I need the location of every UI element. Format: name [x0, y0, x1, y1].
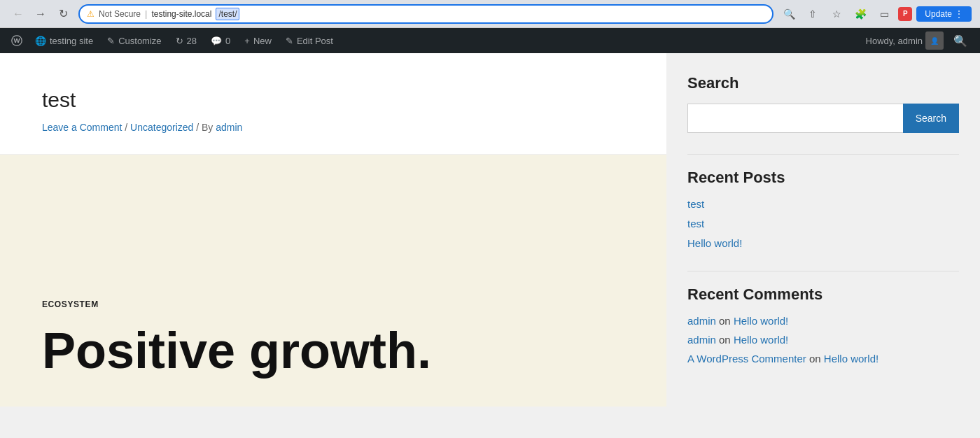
post-title: test [42, 88, 624, 112]
divider-2 [687, 271, 959, 271]
extension-red-icon: P [898, 7, 912, 21]
wp-admin-bar: W 🌐 testing site ✎ Customize ↻ 28 💬 0 + … [0, 28, 980, 53]
author-link[interactable]: admin [216, 122, 242, 133]
back-button[interactable]: ← [8, 4, 28, 24]
list-item: test [687, 218, 959, 230]
list-item: A WordPress Commenter on Hello world! [687, 353, 959, 365]
edit-post-label: Edit Post [297, 36, 333, 46]
admin-bar-customize[interactable]: ✎ Customize [100, 28, 168, 53]
customize-icon: ✎ [107, 36, 115, 46]
separator: | [145, 8, 147, 19]
update-label: Update [925, 9, 952, 19]
admin-bar-new[interactable]: + New [237, 28, 279, 53]
divider [687, 154, 959, 155]
comment-post-link-2[interactable]: Hello world! [734, 334, 788, 346]
bookmark-button[interactable]: ☆ [827, 4, 846, 24]
post-header: test Leave a Comment / Uncategorized / B… [0, 53, 666, 155]
zoom-button[interactable]: 🔍 [779, 4, 799, 24]
recent-comments-list: admin on Hello world! admin on Hello wor… [687, 315, 959, 365]
url-base: testing-site.local [151, 9, 211, 19]
address-bar[interactable]: ⚠ Not Secure | testing-site.local /test/ [78, 4, 774, 24]
leave-comment-link[interactable]: Leave a Comment [42, 122, 122, 133]
admin-bar-site-name[interactable]: 🌐 testing site [28, 28, 100, 53]
post-meta: Leave a Comment / Uncategorized / By adm… [42, 122, 624, 133]
comment-author-link-2[interactable]: admin [687, 334, 716, 346]
recent-posts-widget: Recent Posts test test Hello world! [687, 169, 959, 250]
wordpress-logo[interactable]: W [6, 29, 28, 52]
recent-comments-title: Recent Comments [687, 285, 959, 304]
reading-mode-button[interactable]: ▭ [874, 4, 894, 24]
search-input[interactable] [687, 104, 903, 133]
browser-chrome: ← → ↻ ⚠ Not Secure | testing-site.local … [0, 0, 980, 28]
search-submit-button[interactable]: Search [903, 104, 959, 133]
comments-icon: 💬 [211, 36, 222, 46]
comment-on-text-2: on [719, 334, 734, 346]
site-name-label: testing site [50, 36, 93, 46]
new-label: New [253, 36, 272, 46]
recent-post-link-3[interactable]: Hello world! [687, 237, 742, 249]
updates-count: 28 [187, 36, 197, 46]
admin-bar-edit-post[interactable]: ✎ Edit Post [279, 28, 340, 53]
svg-text:W: W [13, 36, 20, 44]
comment-post-link-1[interactable]: Hello world! [734, 315, 788, 327]
list-item: admin on Hello world! [687, 334, 959, 346]
site-icon: 🌐 [35, 36, 46, 46]
page-layout: test Leave a Comment / Uncategorized / B… [0, 53, 980, 407]
admin-bar-updates[interactable]: ↻ 28 [169, 28, 204, 53]
list-item: admin on Hello world! [687, 315, 959, 327]
update-menu-icon: ⋮ [955, 9, 963, 19]
admin-search-icon[interactable]: 🔍 [946, 34, 974, 48]
search-widget: Search Search [687, 74, 959, 133]
reload-button[interactable]: ↻ [53, 4, 73, 24]
new-icon: + [244, 36, 250, 46]
search-widget-title: Search [687, 74, 959, 92]
share-button[interactable]: ⇧ [803, 4, 822, 24]
meta-sep1: / [122, 122, 130, 133]
browser-nav-buttons: ← → ↻ [8, 4, 73, 24]
comment-on-text-1: on [719, 315, 734, 327]
list-item: Hello world! [687, 237, 959, 250]
edit-post-icon: ✎ [286, 36, 293, 46]
admin-avatar[interactable]: 👤 [925, 31, 944, 50]
not-secure-text: Not Secure [99, 9, 141, 19]
comments-count: 0 [225, 36, 230, 46]
sidebar: Search Search Recent Posts test test Hel… [666, 53, 980, 407]
featured-heading: Positive growth. [42, 323, 624, 379]
update-button[interactable]: Update ⋮ [916, 6, 972, 22]
admin-bar-items: W 🌐 testing site ✎ Customize ↻ 28 💬 0 + … [6, 28, 866, 53]
warning-icon: ⚠ [87, 9, 94, 19]
howdy-text: Howdy, admin [866, 36, 923, 46]
browser-actions: 🔍 ⇧ ☆ 🧩 ▭ P Update ⋮ [779, 4, 972, 24]
list-item: test [687, 198, 959, 211]
meta-sep2: / By [193, 122, 216, 133]
updates-icon: ↻ [176, 36, 183, 46]
recent-comments-widget: Recent Comments admin on Hello world! ad… [687, 285, 959, 365]
recent-post-link-2[interactable]: test [687, 218, 704, 229]
comment-author-link-1[interactable]: admin [687, 315, 716, 327]
recent-posts-list: test test Hello world! [687, 198, 959, 250]
category-link[interactable]: Uncategorized [130, 122, 193, 133]
forward-button[interactable]: → [31, 4, 50, 24]
admin-bar-right: Howdy, admin 👤 🔍 [866, 31, 974, 50]
customize-label: Customize [118, 36, 161, 46]
comment-on-text-3: on [809, 353, 824, 365]
post-featured-section: ECOSYSTEM Positive growth. [0, 155, 666, 407]
extension-puzzle-button[interactable]: 🧩 [850, 4, 870, 24]
recent-posts-title: Recent Posts [687, 169, 959, 187]
main-content: test Leave a Comment / Uncategorized / B… [0, 53, 666, 407]
comment-post-link-3[interactable]: Hello world! [824, 353, 878, 365]
url-path: /test/ [216, 8, 239, 20]
ecosystem-label: ECOSYSTEM [42, 299, 624, 309]
recent-post-link-1[interactable]: test [687, 198, 704, 210]
comment-author-link-3[interactable]: A WordPress Commenter [687, 353, 806, 365]
search-bar: Search [687, 104, 959, 133]
admin-bar-comments[interactable]: 💬 0 [204, 28, 237, 53]
